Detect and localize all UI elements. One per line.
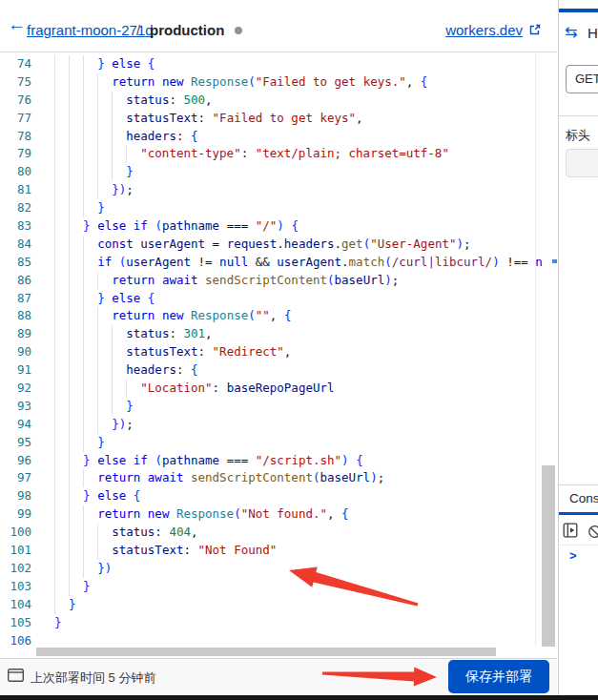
line-number: 89 [0,325,31,343]
worker-name-link[interactable]: fragrant-moon-271d [27,22,154,38]
line-number: 92 [0,380,31,398]
line-number: 96 [0,452,31,470]
code-line: if (userAgent != null && userAgent.match… [54,254,557,272]
code-line: const userAgent = request.headers.get("U… [54,236,557,254]
line-number: 93 [0,398,31,416]
line-number: 105 [0,614,31,632]
code-line: } [54,163,557,181]
code-line: } [54,596,557,614]
vertical-scrollbar-thumb[interactable] [542,465,555,647]
code-line: }); [54,416,557,434]
header-input[interactable] [566,149,598,177]
line-number: 74 [0,55,31,73]
code-line: statusText: "Not Found" [54,542,557,560]
line-number: 88 [0,307,31,325]
code-line: statusText: "Failed to get keys", [54,110,557,128]
code-line: return new Response("", { [54,307,557,325]
code-line: statusText: "Redirect", [54,343,557,361]
code-line: } else { [54,290,557,308]
code-line: status: 500, [54,92,557,110]
line-number: 97 [0,469,31,487]
code-line: } else if (pathname === "/") { [54,217,557,236]
console-prompt-chevron: > [569,548,577,563]
line-number: 95 [0,434,31,452]
code-line: status: 301, [54,325,557,343]
line-number: 90 [0,343,31,361]
line-number: 102 [0,560,31,578]
line-number: 78 [0,128,31,146]
code-line: return await sendScriptContent(baseUrl); [54,469,557,487]
console-section-divider [559,484,598,485]
deployment-history-icon [8,669,24,682]
clear-console-icon[interactable] [588,525,598,539]
line-number: 106 [0,632,31,648]
bottom-edge-bar [0,695,598,700]
headers-label: 标头 [566,127,590,144]
code-line: } [54,578,557,596]
topbar: ← fragrant-moon-271d / production worker… [0,0,557,52]
http-request-panel: ⇆ H GET 标头 Conso > [558,0,598,695]
line-number: 77 [0,110,31,128]
save-deploy-button[interactable]: 保存并部署 [448,660,549,693]
code-line: headers: { [54,361,557,380]
code-line: } else if (pathname === "/script.sh") { [54,452,557,470]
console-toolbar-divider [559,545,598,546]
code-line: status: 404, [54,524,557,542]
line-number: 98 [0,487,31,505]
tab-console[interactable]: Conso [569,491,598,505]
code-line: } else { [54,55,557,73]
console-tab-underline [559,512,598,515]
code-editor[interactable]: 7475767778798081828384858687888990919293… [0,52,557,647]
code-line: } [54,199,557,217]
footer-bar: 上次部署时间 5 分钟前 保存并部署 [0,658,557,695]
code-line: return new Response("Failed to get keys.… [54,73,557,92]
horizontal-scrollbar-thumb[interactable] [36,648,496,656]
code-line [54,632,557,648]
editor-scroll-track-border [535,52,536,647]
code-line: } [54,434,557,452]
swap-arrows-icon: ⇆ [565,23,577,41]
line-number: 76 [0,92,31,110]
code-area[interactable]: } else {return new Response("Failed to g… [54,55,557,647]
code-line: }); [54,181,557,199]
line-number: 81 [0,181,31,199]
tab-http[interactable]: H [588,25,598,41]
code-line: }) [54,560,557,578]
code-line: headers: { [54,128,557,146]
line-number: 86 [0,272,31,290]
line-number: 79 [0,145,31,163]
workers-dev-link[interactable]: workers.dev [445,22,523,38]
line-number: 91 [0,361,31,380]
code-line: return new Response("Not found.", { [54,505,557,524]
line-number: 84 [0,236,31,254]
code-line: "Location": baseRepoPageUrl [54,380,557,398]
line-number: 99 [0,505,31,524]
active-tab-indicator [559,9,598,12]
code-line: } [54,398,557,416]
line-number: 101 [0,542,31,560]
external-link-icon [528,23,542,36]
environment-name: production [150,22,224,38]
line-number: 75 [0,73,31,92]
run-panel-icon[interactable] [563,523,578,538]
gutter: 7475767778798081828384858687888990919293… [0,55,31,647]
line-number: 83 [0,217,31,236]
code-line: "content-type": "text/plain; charset=utf… [54,145,557,163]
code-line: return await sendScriptContent(baseUrl); [54,272,557,290]
line-number: 103 [0,578,31,596]
breadcrumb-separator: / [136,22,140,38]
code-line: } else { [54,487,557,505]
back-arrow-icon[interactable]: ← [8,14,26,35]
line-number: 87 [0,290,31,308]
line-number: 85 [0,254,31,272]
overview-ruler-cursor-mark [552,259,557,263]
line-number: 100 [0,524,31,542]
code-line: } [54,614,557,632]
line-number: 94 [0,416,31,434]
line-number: 80 [0,163,31,181]
unsaved-changes-dot [235,27,242,34]
method-select[interactable]: GET [566,65,598,93]
line-number: 82 [0,199,31,217]
line-number: 104 [0,596,31,614]
last-deploy-text: 上次部署时间 5 分钟前 [31,669,155,687]
